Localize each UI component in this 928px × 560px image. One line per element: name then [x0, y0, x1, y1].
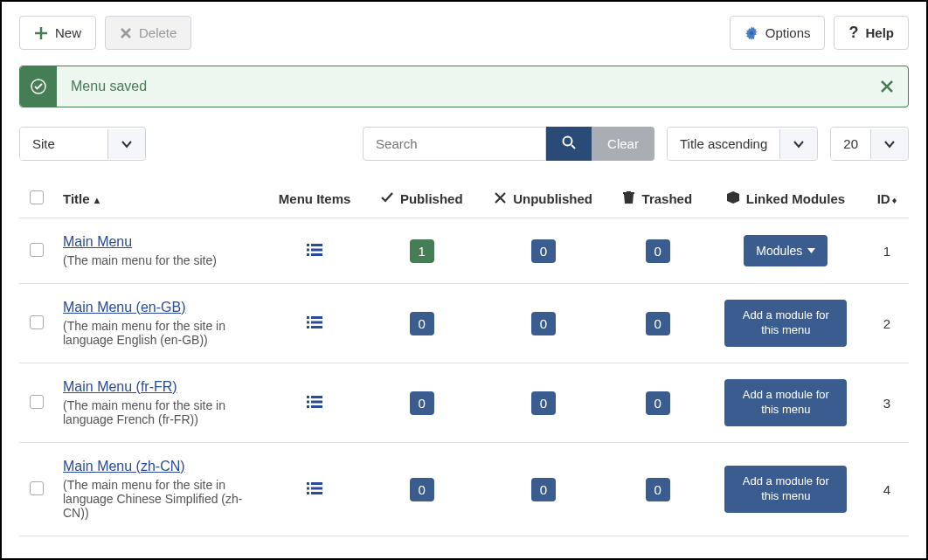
svg-point-2 [564, 137, 572, 146]
col-published: Published [365, 180, 478, 218]
sort-icon: ♦ [892, 195, 897, 205]
menu-title-link[interactable]: Main Menu (zh-CN) [63, 459, 185, 474]
table-row: Main Menu (zh-CN)(The main menu for the … [19, 443, 909, 536]
add-module-button[interactable]: Add a module for this menu [724, 466, 847, 513]
list-icon[interactable] [307, 396, 322, 411]
svg-rect-17 [307, 400, 309, 403]
check-circle-icon [20, 66, 57, 107]
chevron-down-icon [870, 129, 908, 159]
new-label: New [55, 25, 81, 40]
svg-rect-13 [307, 326, 309, 328]
limit-select-label: 20 [831, 128, 870, 160]
check-icon [381, 191, 393, 204]
unpublished-badge[interactable]: 0 [531, 391, 556, 415]
row-checkbox[interactable] [30, 243, 44, 257]
search-button[interactable] [546, 127, 592, 161]
row-id: 4 [865, 443, 909, 536]
published-badge[interactable]: 1 [410, 239, 434, 263]
svg-rect-4 [311, 244, 322, 246]
menus-table: Title▲ Menu Items Published Unpublished … [19, 180, 909, 536]
svg-rect-23 [307, 487, 309, 489]
col-linked-modules: Linked Modules [707, 180, 865, 218]
alert-close-button[interactable] [866, 66, 908, 107]
row-id: 1 [865, 218, 909, 284]
published-badge[interactable]: 0 [410, 478, 434, 501]
search-icon [562, 135, 576, 149]
row-checkbox[interactable] [30, 315, 44, 329]
trashed-badge[interactable]: 0 [646, 239, 670, 263]
chevron-down-icon [107, 129, 145, 159]
help-button[interactable]: ? Help [834, 16, 909, 50]
svg-rect-21 [307, 482, 309, 485]
trash-icon [623, 191, 634, 204]
menu-title-link[interactable]: Main Menu (fr-FR) [63, 379, 177, 394]
unpublished-badge[interactable]: 0 [531, 312, 556, 335]
list-icon[interactable] [307, 316, 322, 331]
search-input[interactable] [363, 127, 546, 161]
table-header-row: Title▲ Menu Items Published Unpublished … [19, 180, 909, 218]
menu-title-link[interactable]: Main Menu (en-GB) [63, 300, 186, 315]
svg-rect-26 [311, 492, 322, 494]
modules-dropdown[interactable]: Modules [744, 235, 828, 266]
x-icon [120, 27, 132, 39]
table-row: Main Menu (fr-FR)(The main menu for the … [19, 363, 909, 443]
alert-success: Menu saved [19, 66, 909, 107]
svg-rect-10 [311, 316, 322, 319]
published-badge[interactable]: 0 [410, 312, 434, 335]
col-trashed: Trashed [609, 180, 707, 218]
limit-select[interactable]: 20 [830, 127, 909, 161]
trashed-badge[interactable]: 0 [646, 478, 670, 501]
chevron-down-icon [779, 129, 817, 159]
sort-select[interactable]: Title ascending [667, 127, 818, 161]
search-group: Clear [363, 127, 654, 161]
unpublished-badge[interactable]: 0 [531, 478, 556, 501]
table-row: Main Menu(The main menu for the site)100… [19, 218, 909, 284]
box-icon [727, 191, 739, 204]
svg-rect-15 [307, 396, 309, 398]
unpublished-badge[interactable]: 0 [531, 239, 556, 263]
help-label: Help [865, 25, 894, 40]
row-id: 2 [865, 284, 909, 363]
list-icon[interactable] [307, 244, 322, 259]
gear-icon [744, 26, 758, 40]
menu-description: (The main menu for the site in language … [63, 319, 255, 347]
options-button[interactable]: Options [730, 16, 826, 50]
clear-button[interactable]: Clear [592, 127, 654, 161]
svg-rect-16 [311, 396, 322, 398]
select-all-checkbox[interactable] [30, 190, 44, 204]
trashed-badge[interactable]: 0 [646, 391, 670, 415]
menu-description: (The main menu for the site) [63, 253, 255, 267]
col-title[interactable]: Title▲ [54, 180, 264, 218]
caret-down-icon [807, 248, 815, 253]
question-icon: ? [848, 24, 858, 42]
row-checkbox[interactable] [30, 481, 44, 495]
svg-rect-22 [311, 482, 322, 485]
filter-bar: Site Clear Title ascending 20 [19, 127, 909, 161]
new-button[interactable]: New [19, 16, 96, 50]
col-id[interactable]: ID♦ [865, 180, 909, 218]
svg-rect-6 [311, 248, 322, 251]
svg-rect-7 [307, 253, 309, 256]
delete-button[interactable]: Delete [105, 16, 191, 50]
add-module-button[interactable]: Add a module for this menu [724, 379, 847, 426]
svg-rect-24 [311, 487, 322, 489]
add-module-button[interactable]: Add a module for this menu [724, 300, 847, 347]
menu-title-link[interactable]: Main Menu [63, 234, 132, 249]
options-label: Options [765, 25, 811, 40]
sort-select-label: Title ascending [668, 128, 779, 160]
trashed-badge[interactable]: 0 [646, 312, 670, 335]
list-icon[interactable] [307, 482, 322, 497]
svg-rect-3 [307, 244, 309, 246]
published-badge[interactable]: 0 [410, 391, 434, 415]
site-select[interactable]: Site [19, 127, 146, 161]
svg-rect-8 [311, 253, 322, 256]
svg-rect-14 [311, 326, 322, 328]
svg-rect-25 [307, 492, 309, 494]
row-checkbox[interactable] [30, 395, 44, 409]
svg-rect-12 [311, 321, 322, 323]
svg-rect-11 [307, 321, 309, 323]
x-icon [495, 192, 506, 204]
svg-rect-9 [307, 316, 309, 319]
col-menu-items: Menu Items [264, 180, 365, 218]
svg-rect-5 [307, 248, 309, 251]
